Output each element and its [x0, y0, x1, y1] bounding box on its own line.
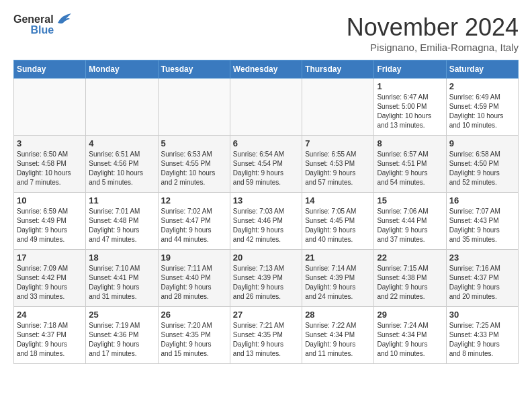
cell-content: Sunrise: 6:49 AM Sunset: 4:59 PM Dayligh… — [449, 93, 515, 130]
day-number: 18 — [89, 253, 154, 263]
calendar-cell: 15Sunrise: 7:06 AM Sunset: 4:44 PM Dayli… — [374, 193, 446, 250]
column-header-tuesday: Tuesday — [158, 60, 230, 79]
cell-content: Sunrise: 6:50 AM Sunset: 4:58 PM Dayligh… — [17, 150, 83, 187]
cell-content: Sunrise: 6:47 AM Sunset: 5:00 PM Dayligh… — [377, 93, 443, 130]
cell-content: Sunrise: 7:25 AM Sunset: 4:33 PM Dayligh… — [449, 321, 515, 359]
day-number: 11 — [89, 195, 154, 205]
calendar-cell: 28Sunrise: 7:22 AM Sunset: 4:34 PM Dayli… — [302, 307, 374, 364]
day-number: 25 — [89, 310, 154, 320]
cell-content: Sunrise: 7:18 AM Sunset: 4:37 PM Dayligh… — [17, 321, 83, 359]
calendar-cell — [302, 79, 374, 136]
calendar-cell: 25Sunrise: 7:19 AM Sunset: 4:36 PM Dayli… — [86, 307, 158, 364]
day-number: 4 — [89, 138, 154, 148]
calendar-table: SundayMondayTuesdayWednesdayThursdayFrid… — [13, 60, 519, 364]
cell-content: Sunrise: 7:09 AM Sunset: 4:42 PM Dayligh… — [17, 264, 83, 302]
cell-content: Sunrise: 7:20 AM Sunset: 4:35 PM Dayligh… — [161, 321, 227, 359]
day-number: 23 — [449, 253, 515, 263]
calendar-cell — [14, 79, 86, 136]
calendar-cell: 29Sunrise: 7:24 AM Sunset: 4:34 PM Dayli… — [374, 307, 446, 364]
calendar-week-2: 10Sunrise: 6:59 AM Sunset: 4:49 PM Dayli… — [14, 193, 519, 250]
cell-content: Sunrise: 7:01 AM Sunset: 4:48 PM Dayligh… — [89, 207, 154, 244]
cell-content: Sunrise: 6:55 AM Sunset: 4:53 PM Dayligh… — [305, 150, 371, 187]
calendar-cell: 22Sunrise: 7:15 AM Sunset: 4:38 PM Dayli… — [374, 250, 446, 307]
calendar-cell: 17Sunrise: 7:09 AM Sunset: 4:42 PM Dayli… — [14, 250, 86, 307]
cell-content: Sunrise: 7:14 AM Sunset: 4:39 PM Dayligh… — [305, 264, 371, 302]
calendar-cell: 7Sunrise: 6:55 AM Sunset: 4:53 PM Daylig… — [302, 136, 374, 193]
day-number: 14 — [305, 195, 371, 205]
day-number: 9 — [449, 138, 515, 148]
calendar-cell: 6Sunrise: 6:54 AM Sunset: 4:54 PM Daylig… — [230, 136, 302, 193]
calendar-cell: 16Sunrise: 7:07 AM Sunset: 4:43 PM Dayli… — [446, 193, 518, 250]
day-number: 6 — [233, 138, 299, 148]
title-block: November 2024 Pisignano, Emilia-Romagna,… — [347, 13, 519, 53]
day-number: 10 — [17, 195, 83, 205]
cell-content: Sunrise: 6:59 AM Sunset: 4:49 PM Dayligh… — [17, 207, 83, 244]
cell-content: Sunrise: 7:15 AM Sunset: 4:38 PM Dayligh… — [377, 264, 443, 302]
calendar-cell: 13Sunrise: 7:03 AM Sunset: 4:46 PM Dayli… — [230, 193, 302, 250]
cell-content: Sunrise: 7:07 AM Sunset: 4:43 PM Dayligh… — [449, 207, 515, 244]
calendar-cell: 8Sunrise: 6:57 AM Sunset: 4:51 PM Daylig… — [374, 136, 446, 193]
day-number: 16 — [449, 195, 515, 205]
calendar-cell: 2Sunrise: 6:49 AM Sunset: 4:59 PM Daylig… — [446, 79, 518, 136]
day-number: 21 — [305, 253, 371, 263]
column-header-monday: Monday — [86, 60, 158, 79]
day-number: 20 — [233, 253, 299, 263]
column-header-sunday: Sunday — [14, 60, 86, 79]
calendar-cell: 27Sunrise: 7:21 AM Sunset: 4:35 PM Dayli… — [230, 307, 302, 364]
calendar-week-1: 3Sunrise: 6:50 AM Sunset: 4:58 PM Daylig… — [14, 136, 519, 193]
cell-content: Sunrise: 7:06 AM Sunset: 4:44 PM Dayligh… — [377, 207, 443, 244]
cell-content: Sunrise: 7:10 AM Sunset: 4:41 PM Dayligh… — [89, 264, 154, 302]
cell-content: Sunrise: 7:02 AM Sunset: 4:47 PM Dayligh… — [161, 207, 227, 244]
logo: General Blue — [13, 13, 71, 36]
logo-blue: Blue — [13, 24, 71, 36]
cell-content: Sunrise: 6:51 AM Sunset: 4:56 PM Dayligh… — [89, 150, 154, 187]
cell-content: Sunrise: 7:11 AM Sunset: 4:40 PM Dayligh… — [161, 264, 227, 302]
cell-content: Sunrise: 7:19 AM Sunset: 4:36 PM Dayligh… — [89, 321, 154, 359]
calendar-cell: 24Sunrise: 7:18 AM Sunset: 4:37 PM Dayli… — [14, 307, 86, 364]
page-header: General Blue November 2024 Pisignano, Em… — [13, 13, 519, 53]
calendar-cell: 1Sunrise: 6:47 AM Sunset: 5:00 PM Daylig… — [374, 79, 446, 136]
calendar-cell: 14Sunrise: 7:05 AM Sunset: 4:45 PM Dayli… — [302, 193, 374, 250]
day-number: 24 — [17, 310, 83, 320]
day-number: 5 — [161, 138, 227, 148]
cell-content: Sunrise: 7:22 AM Sunset: 4:34 PM Dayligh… — [305, 321, 371, 359]
calendar-cell: 12Sunrise: 7:02 AM Sunset: 4:47 PM Dayli… — [158, 193, 230, 250]
cell-content: Sunrise: 7:03 AM Sunset: 4:46 PM Dayligh… — [233, 207, 299, 244]
cell-content: Sunrise: 6:53 AM Sunset: 4:55 PM Dayligh… — [161, 150, 227, 187]
day-number: 27 — [233, 310, 299, 320]
day-number: 22 — [377, 253, 443, 263]
column-header-saturday: Saturday — [446, 60, 518, 79]
cell-content: Sunrise: 6:58 AM Sunset: 4:50 PM Dayligh… — [449, 150, 515, 187]
day-number: 1 — [377, 81, 443, 91]
day-number: 3 — [17, 138, 83, 148]
cell-content: Sunrise: 7:16 AM Sunset: 4:37 PM Dayligh… — [449, 264, 515, 302]
cell-content: Sunrise: 6:54 AM Sunset: 4:54 PM Dayligh… — [233, 150, 299, 187]
day-number: 26 — [161, 310, 227, 320]
calendar-cell: 30Sunrise: 7:25 AM Sunset: 4:33 PM Dayli… — [446, 307, 518, 364]
column-header-thursday: Thursday — [302, 60, 374, 79]
day-number: 15 — [377, 195, 443, 205]
day-number: 13 — [233, 195, 299, 205]
calendar-cell: 3Sunrise: 6:50 AM Sunset: 4:58 PM Daylig… — [14, 136, 86, 193]
calendar-week-4: 24Sunrise: 7:18 AM Sunset: 4:37 PM Dayli… — [14, 307, 519, 364]
day-number: 8 — [377, 138, 443, 148]
column-header-wednesday: Wednesday — [230, 60, 302, 79]
calendar-cell: 20Sunrise: 7:13 AM Sunset: 4:39 PM Dayli… — [230, 250, 302, 307]
calendar-cell: 18Sunrise: 7:10 AM Sunset: 4:41 PM Dayli… — [86, 250, 158, 307]
day-number: 12 — [161, 195, 227, 205]
calendar-cell: 9Sunrise: 6:58 AM Sunset: 4:50 PM Daylig… — [446, 136, 518, 193]
cell-content: Sunrise: 7:24 AM Sunset: 4:34 PM Dayligh… — [377, 321, 443, 359]
cell-content: Sunrise: 7:21 AM Sunset: 4:35 PM Dayligh… — [233, 321, 299, 359]
calendar-cell: 26Sunrise: 7:20 AM Sunset: 4:35 PM Dayli… — [158, 307, 230, 364]
calendar-cell: 19Sunrise: 7:11 AM Sunset: 4:40 PM Dayli… — [158, 250, 230, 307]
day-number: 17 — [17, 253, 83, 263]
month-title: November 2024 — [347, 13, 519, 42]
day-number: 28 — [305, 310, 371, 320]
column-header-friday: Friday — [374, 60, 446, 79]
location-subtitle: Pisignano, Emilia-Romagna, Italy — [347, 42, 519, 53]
cell-content: Sunrise: 7:13 AM Sunset: 4:39 PM Dayligh… — [233, 264, 299, 302]
day-number: 19 — [161, 253, 227, 263]
calendar-cell: 21Sunrise: 7:14 AM Sunset: 4:39 PM Dayli… — [302, 250, 374, 307]
calendar-cell: 5Sunrise: 6:53 AM Sunset: 4:55 PM Daylig… — [158, 136, 230, 193]
day-number: 2 — [449, 81, 515, 91]
